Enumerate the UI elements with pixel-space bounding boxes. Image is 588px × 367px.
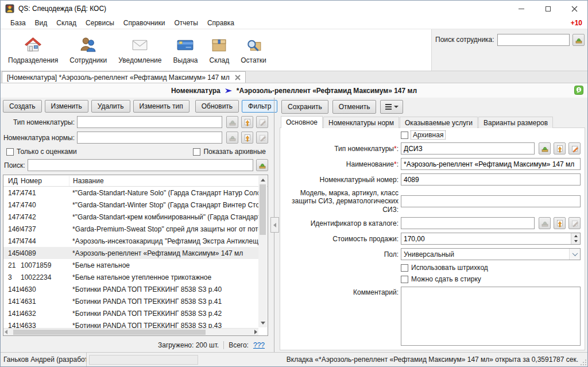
show-archived-label: Показать архивные [203,148,266,156]
name-input[interactable] [401,158,581,170]
scrollbar-thumb[interactable] [13,330,206,335]
info-button[interactable] [574,86,583,95]
type-filter-label: Тип номенклатуры: [3,118,75,126]
only-rated-checkbox[interactable]: Только с оценками [6,148,77,156]
table-cell: 1419 [3,322,21,329]
vertical-scrollbar[interactable] [258,176,267,327]
table-row[interactable]: 14174631*Ботинки PANDA ТОП ТРЕККИНГ 8538… [3,295,258,307]
table-row[interactable]: 14734742*"Garda-Standart-крем комбиниров… [3,211,258,223]
document-tab[interactable]: [Номенклатура] *Аэрозоль-репеллент «Рефт… [2,71,246,83]
list-search-input[interactable] [28,159,253,171]
refresh-button[interactable]: Обновить [195,100,239,113]
menu-item-0[interactable]: База [6,18,30,28]
toolbar-button-employees[interactable]: Сотрудники [64,31,112,69]
menu-item-2[interactable]: Склад [52,18,81,28]
price-spin-up-button[interactable] [571,233,580,239]
chevron-down-icon [572,250,578,256]
type-pick-button[interactable] [539,142,551,154]
edit-button[interactable]: Изменить [45,100,88,113]
edit-type-button[interactable]: Изменить тип [133,100,189,113]
norm-filter-select-button[interactable] [241,132,253,144]
table-cell: 4744 [21,237,72,245]
price-spin-down-button[interactable] [571,239,580,245]
column-header-name[interactable]: Название [69,176,258,186]
table-row[interactable]: 14504089*Аэрозоль-репеллент «Рефтамид Ма… [3,247,258,259]
barcode-checkbox[interactable]: Использовать штрихкод [401,264,488,272]
scrollbar-thumb[interactable] [260,184,266,235]
norm-filter-pick-button[interactable] [226,132,238,144]
table-row[interactable]: 14164630*Ботинки PANDA ТОП ТРЕККИНГ 8538… [3,283,258,295]
menu-item-5[interactable]: Отчеты [169,18,202,28]
tab-sizes[interactable]: Варианты размеров [478,117,553,128]
type-edit-button[interactable] [568,142,581,154]
tab-main[interactable]: Основное [281,116,323,128]
table-row[interactable]: 14754744*Аэрозоль-инсектоакарицид "Рефта… [3,235,258,247]
table-row[interactable]: 14724741*"Garda-Standart-Nature Solo" (Г… [3,187,258,199]
maximize-button[interactable] [535,1,561,17]
menu-item-3[interactable]: Сервисы [81,18,119,28]
table-cell: 4630 [21,285,72,293]
table-row[interactable]: 14694737*Garda-Premium-Sweat Stop" спрей… [3,223,258,235]
close-button[interactable] [561,1,587,17]
cancel-button[interactable]: Отменить [332,100,377,114]
tab-services[interactable]: Оказываемые услуги [400,117,478,128]
save-button[interactable]: Сохранить [281,100,328,114]
resize-grip[interactable] [580,359,587,366]
panel-splitter[interactable] [269,98,280,352]
tab-close-icon[interactable] [235,75,241,80]
employee-search-pick-button[interactable] [572,34,585,46]
type-filter-input[interactable] [77,116,222,128]
create-button[interactable]: Создать [3,100,42,113]
archive-checkbox-row: Архивная [401,131,581,139]
catalog-select-button[interactable] [554,217,566,229]
employee-search-input[interactable] [497,34,570,46]
table-row[interactable]: 310022234*Белье нательное утепленное три… [3,271,258,283]
table-row[interactable]: 14184632*Ботинки PANDA ТОП ТРЕККИНГ 8538… [3,307,258,319]
spinner-down-icon [574,240,578,242]
norm-filter-input[interactable] [77,132,222,144]
toolbar-button-issue[interactable]: Выдача [168,31,203,69]
people-icon [79,36,98,55]
collapse-panel-button[interactable] [270,217,279,233]
number-input[interactable] [401,173,581,186]
table-row[interactable]: 14714740*"Garda-Standart-Winter Stop" (Г… [3,199,258,211]
menu-item-6[interactable]: Справка [203,18,239,28]
wash-checkbox[interactable]: Можно сдать в стирку [401,275,481,283]
catalog-edit-button[interactable] [568,217,581,229]
toolbar-button-remainders[interactable]: Остатки [235,31,272,69]
more-actions-button[interactable] [380,100,403,114]
menu-item-1[interactable]: Вид [30,18,52,28]
delete-button[interactable]: Удалить [91,100,130,113]
type-select-button[interactable] [554,142,566,154]
type-filter-pick-button[interactable] [226,116,238,128]
list-footer: Загружено: 200 шт. Всего: ??? [3,339,268,351]
table-row[interactable]: 2110071859*Белье нательное [3,259,258,271]
toolbar-button-departments[interactable]: Подразделения [3,31,63,69]
show-archived-checkbox[interactable]: Показать архивные [193,148,266,156]
menu-item-4[interactable]: Справочники [119,18,170,28]
barcode-label: Использовать штрихкод [411,264,488,272]
minimize-button[interactable] [508,1,535,17]
comment-textarea[interactable] [401,287,581,346]
gender-select[interactable]: Универсальный [401,248,581,260]
type-filter-select-button[interactable] [241,116,253,128]
table-row[interactable]: 14194633*Ботинки PANDA ТОП ТРЕККИНГ 8538… [3,319,258,328]
list-search-pick-button[interactable] [256,159,268,171]
column-header-number[interactable]: Номер [21,176,72,186]
price-input[interactable] [401,233,571,244]
notification-count-badge[interactable]: +10 [571,19,582,27]
only-rated-label: Только с оценками [17,148,77,156]
archive-checkbox[interactable]: Архивная [401,131,445,139]
total-count-link[interactable]: ??? [253,341,265,349]
toolbar-button-warehouse[interactable]: Склад [204,31,234,69]
horizontal-scrollbar[interactable] [3,328,258,335]
catalog-input[interactable] [401,217,535,229]
model-input[interactable] [401,195,581,207]
type-filter-edit-button[interactable] [256,116,268,128]
type-input[interactable] [401,142,535,154]
catalog-pick-button[interactable] [539,217,551,229]
norm-filter-edit-button[interactable] [256,132,268,144]
toolbar-button-notification[interactable]: Уведомление [113,31,167,69]
column-header-id[interactable]: ИД [3,176,21,186]
tab-norms[interactable]: Номенклатуры норм [323,117,399,128]
